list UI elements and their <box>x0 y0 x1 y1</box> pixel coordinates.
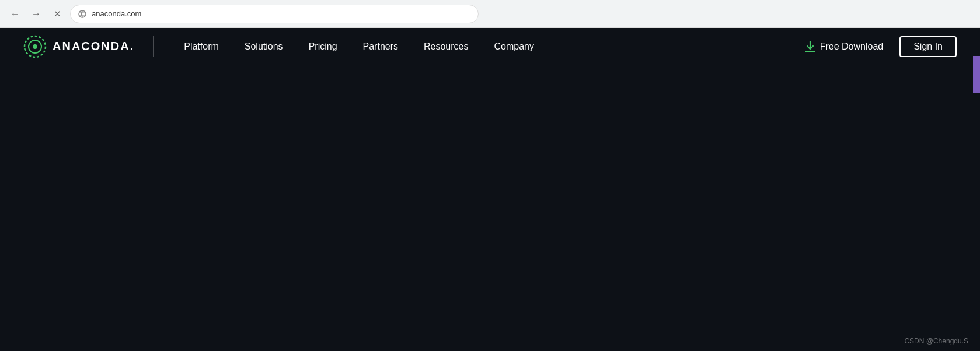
anaconda-logo-icon <box>23 35 47 58</box>
free-download-button[interactable]: Free Download <box>796 36 893 57</box>
back-button[interactable]: ← <box>7 6 23 22</box>
purple-accent-bar <box>973 56 980 93</box>
nav-item-solutions[interactable]: Solutions <box>233 37 295 57</box>
nav-item-company[interactable]: Company <box>482 37 545 57</box>
sign-in-button[interactable]: Sign In <box>899 36 957 57</box>
nav-links: Platform Solutions Pricing Partners Reso… <box>172 37 795 57</box>
nav-item-pricing[interactable]: Pricing <box>297 37 349 57</box>
nav-item-partners[interactable]: Partners <box>351 37 410 57</box>
logo-area[interactable]: ANACONDA. <box>23 35 134 58</box>
website-content: ANACONDA. Platform Solutions Pricing Par… <box>0 28 980 351</box>
reload-button[interactable]: ✕ <box>49 6 65 22</box>
logo-text: ANACONDA. <box>53 40 134 53</box>
watermark: CSDN @Chengdu.S <box>904 337 968 345</box>
free-download-label: Free Download <box>820 41 884 52</box>
forward-button[interactable]: → <box>28 6 44 22</box>
svg-point-0 <box>79 10 86 17</box>
navbar: ANACONDA. Platform Solutions Pricing Par… <box>0 28 980 65</box>
nav-actions: Free Download Sign In <box>796 36 957 57</box>
address-bar[interactable]: anaconda.com <box>70 5 479 23</box>
url-text: anaconda.com <box>92 9 141 18</box>
main-content <box>0 65 980 351</box>
download-icon <box>805 41 815 52</box>
nav-item-platform[interactable]: Platform <box>172 37 231 57</box>
svg-point-3 <box>33 44 37 49</box>
nav-divider <box>153 36 154 57</box>
nav-item-resources[interactable]: Resources <box>412 37 480 57</box>
browser-chrome: ← → ✕ anaconda.com <box>0 0 980 28</box>
site-icon <box>78 9 87 19</box>
